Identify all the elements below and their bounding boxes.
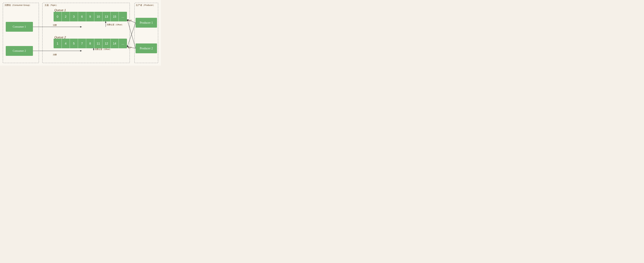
q1-cell-ellipsis: … [119,12,127,21]
q2-cell-14: 14 [111,39,119,48]
producer-section-label: 生产者（Producer） [136,4,155,7]
consume2-label: 消费 [53,53,57,56]
q2-cell-ellipsis: … [119,39,127,48]
q1-cell-2: 2 [62,12,70,21]
consume1-label: 消费 [53,24,57,26]
producer-section [134,3,158,63]
q2-cell-1: 1 [54,39,62,48]
consumer1-box: Consumer 1 [6,22,33,32]
queue2: 1 4 5 7 8 11 12 14 … [54,39,127,48]
offset2-label: 消费位置（Offset） [94,48,112,51]
diagram: 消费组（Consumer Group） 主题（Topic） 生产者（Produc… [0,0,161,66]
producer2-box: Producer 2 [136,43,157,53]
offset1-label: 消费位置（Offset） [106,23,124,26]
q1-cell-15: 15 [111,12,119,21]
q2-cell-12: 12 [102,39,111,48]
q2-cell-7: 7 [78,39,86,48]
q1-cell-6: 6 [78,12,86,21]
q2-cell-4: 4 [62,39,70,48]
q1-cell-10: 10 [94,12,102,21]
consumer-group-label: 消费组（Consumer Group） [4,4,31,7]
q1-cell-9: 9 [86,12,94,21]
consumer2-box: Consumer 2 [6,46,33,56]
topic-label: 主题（Topic） [44,4,58,7]
q1-cell-13: 13 [102,12,111,21]
q1-cell-0: 0 [54,12,62,21]
q2-cell-8: 8 [86,39,94,48]
q2-cell-11: 11 [94,39,102,48]
produce1-label: 生产 [128,19,132,22]
producer1-box: Producer 1 [136,18,157,28]
q1-cell-3: 3 [70,12,78,21]
queue1: 0 2 3 6 9 10 13 15 … [54,12,127,21]
produce2-label: 生产 [128,46,132,49]
q2-cell-5: 5 [70,39,78,48]
queue1-label: Queue 1 [54,8,66,12]
